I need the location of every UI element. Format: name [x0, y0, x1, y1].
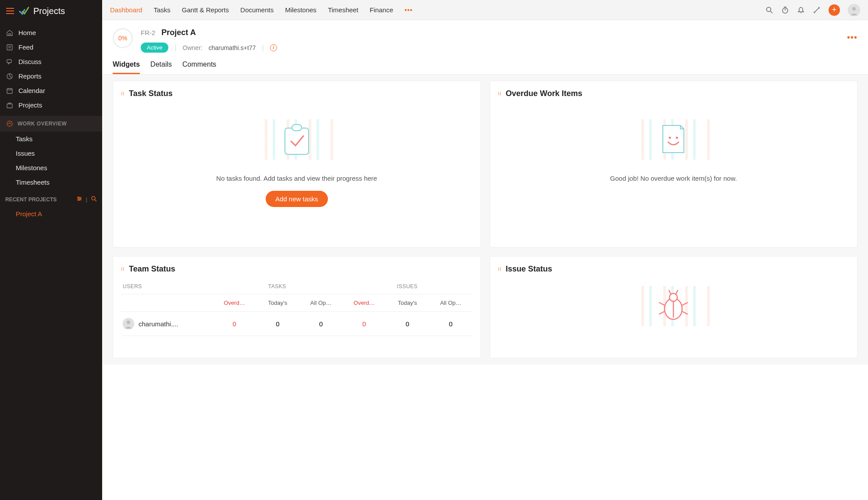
project-header: 0% FR-2 Project A Active | Owner: charum… [102, 20, 868, 53]
info-icon[interactable]: i [270, 44, 277, 51]
cell-value: 0 [256, 320, 299, 328]
svg-point-10 [7, 121, 12, 126]
widget-title: Overdue Work Items [506, 89, 583, 98]
drag-handle-icon[interactable]: ⁞⁞ [121, 268, 125, 271]
clipboard-check-icon [277, 122, 317, 157]
svg-rect-0 [7, 45, 12, 50]
reports-icon [6, 73, 13, 80]
subtab-widgets[interactable]: Widgets [113, 61, 140, 74]
sub-overdue: Overd… [342, 300, 386, 306]
widget-issue-status: ⁞⁞ Issue Status [490, 256, 858, 358]
svg-rect-3 [7, 60, 11, 63]
svg-rect-27 [285, 128, 309, 154]
svg-point-19 [767, 7, 771, 11]
sub-overdue: Overd… [213, 300, 256, 306]
search-icon[interactable] [765, 6, 773, 14]
empty-state: No tasks found. Add tasks and view their… [121, 104, 473, 216]
nav-discuss[interactable]: Discuss [0, 54, 102, 69]
user-cell[interactable]: charumathi.... [121, 318, 213, 329]
svg-point-14 [78, 197, 78, 198]
empty-state [498, 280, 850, 350]
recent-projects-header: RECENT PROJECTS | [0, 189, 102, 207]
chevron-up-icon [6, 120, 13, 127]
tab-documents[interactable]: Documents [240, 6, 274, 14]
project-meta: FR-2 Project A Active | Owner: charumath… [141, 28, 857, 53]
drag-handle-icon[interactable]: ⁞⁞ [498, 92, 502, 95]
work-overview-section[interactable]: WORK OVERVIEW [0, 116, 102, 132]
sub-todays: Today's [256, 300, 299, 306]
nav-projects[interactable]: Projects [0, 98, 102, 112]
nav-milestones[interactable]: Milestones [0, 161, 102, 175]
nav-reports[interactable]: Reports [0, 69, 102, 83]
tab-gantt[interactable]: Gantt & Reports [182, 6, 229, 14]
widget-overdue: ⁞⁞ Overdue Work Items Good [490, 81, 858, 247]
team-table: USERS TASKS ISSUES Overd… Today's All Op… [121, 280, 473, 336]
subtab-comments[interactable]: Comments [182, 61, 216, 74]
tab-milestones[interactable]: Milestones [285, 6, 317, 14]
widget-title: Team Status [129, 264, 175, 274]
table-row: charumathi.... 0 0 0 0 0 0 [121, 312, 473, 336]
widget-title: Task Status [129, 89, 173, 98]
svg-point-30 [676, 137, 678, 139]
bell-icon[interactable] [797, 6, 805, 14]
filter-icon[interactable] [76, 196, 82, 203]
svg-point-34 [669, 293, 677, 301]
top-icons: + [765, 4, 860, 16]
user-name: charumathi.... [139, 320, 178, 328]
section-title: WORK OVERVIEW [18, 121, 67, 127]
recent-project-a[interactable]: Project A [0, 207, 102, 220]
tab-dashboard[interactable]: Dashboard [110, 6, 142, 14]
tab-finance[interactable]: Finance [370, 6, 393, 14]
more-tabs-icon[interactable]: ••• [405, 6, 413, 14]
app-title: Projects [33, 6, 65, 16]
add-tasks-button[interactable]: Add new tasks [266, 191, 328, 207]
tools-icon[interactable] [813, 6, 821, 14]
home-icon [6, 29, 13, 36]
projects-icon [6, 102, 13, 109]
sub-allopen: All Op… [429, 300, 473, 306]
svg-point-29 [669, 137, 671, 139]
subtab-details[interactable]: Details [150, 61, 172, 74]
svg-line-38 [682, 303, 687, 305]
svg-line-36 [676, 290, 678, 294]
user-avatar[interactable] [848, 4, 860, 16]
main: Dashboard Tasks Gantt & Reports Document… [102, 0, 868, 500]
svg-line-18 [95, 200, 96, 201]
svg-rect-9 [7, 104, 12, 108]
search-recent-icon[interactable] [91, 196, 97, 203]
logo-mark-icon [18, 5, 30, 17]
drag-handle-icon[interactable]: ⁞⁞ [498, 268, 502, 271]
separator: | [262, 44, 263, 52]
sidebar: Projects Home Feed Discuss Reports Calen… [0, 0, 102, 500]
col-issues: ISSUES [342, 283, 473, 289]
bug-icon [654, 289, 693, 324]
recent-title: RECENT PROJECTS [5, 196, 57, 203]
nav-tasks[interactable]: Tasks [0, 132, 102, 146]
tab-timesheet[interactable]: Timesheet [328, 6, 358, 14]
empty-text: No tasks found. Add tasks and view their… [216, 175, 377, 182]
drag-handle-icon[interactable]: ⁞⁞ [121, 92, 125, 95]
main-nav: Home Feed Discuss Reports Calendar Proje… [0, 22, 102, 220]
timer-icon[interactable] [781, 6, 789, 14]
nav-issues[interactable]: Issues [0, 146, 102, 161]
nav-timesheets[interactable]: Timesheets [0, 175, 102, 189]
svg-line-39 [659, 311, 665, 314]
svg-rect-5 [7, 89, 12, 93]
project-more-icon[interactable]: ••• [847, 32, 857, 43]
nav-calendar[interactable]: Calendar [0, 83, 102, 98]
sub-todays: Today's [386, 300, 429, 306]
owner-label: Owner: [183, 44, 203, 51]
nav-home[interactable]: Home [0, 25, 102, 40]
sidebar-header: Projects [0, 0, 102, 22]
status-badge[interactable]: Active [141, 43, 168, 53]
cell-value: 0 [213, 320, 256, 328]
nav-label: Calendar [18, 87, 45, 94]
cell-value: 0 [429, 320, 473, 328]
svg-line-20 [771, 11, 773, 13]
nav-feed[interactable]: Feed [0, 40, 102, 54]
tab-tasks[interactable]: Tasks [153, 6, 170, 14]
app-logo[interactable]: Projects [18, 5, 65, 17]
hamburger-icon[interactable] [6, 8, 14, 14]
widget-team-status: ⁞⁞ Team Status USERS TASKS ISSUES Overd…… [113, 256, 481, 358]
add-button[interactable]: + [829, 4, 840, 16]
